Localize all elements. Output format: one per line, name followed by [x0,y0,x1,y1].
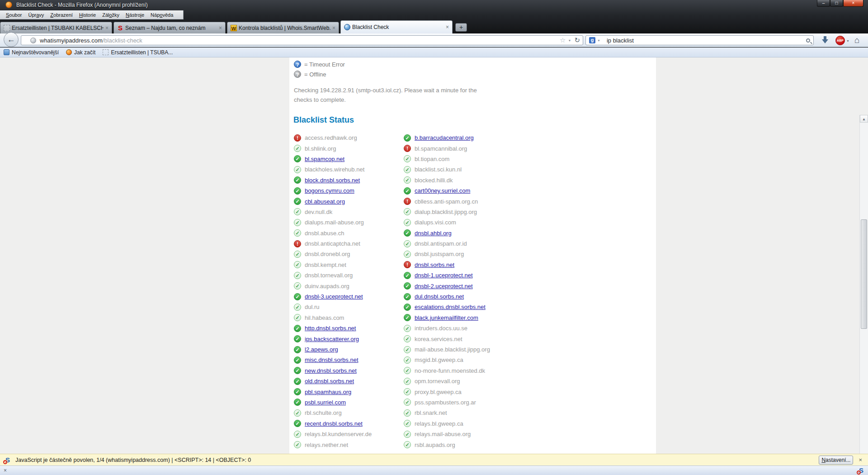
list-item: ✓new.dnsbl.sorbs.net [294,366,372,376]
checking-line-2: checks to complete. [294,95,477,104]
blacklist-name[interactable]: ips.backscatterer.org [305,336,359,342]
close-button[interactable]: × [843,0,863,7]
noscript-close-icon[interactable]: × [859,456,862,463]
menu-z-lo-ky[interactable]: Záložky [99,12,123,18]
search-icon[interactable] [806,38,810,43]
blacklist-name: proxy.bl.gweep.ca [415,389,462,395]
blacklist-name[interactable]: http.dnsbl.sorbs.net [305,325,356,332]
vertical-scrollbar[interactable]: ▲ ▼ [859,115,868,475]
blacklist-name[interactable]: bogons.cymru.com [305,187,354,194]
blacklist-name[interactable]: dnsbl-3.uceprotect.net [305,293,363,300]
blacklist-name[interactable]: bl.spamcop.net [305,156,344,162]
check-icon: ✓ [404,399,411,406]
blacklist-name[interactable]: dnsbl.sorbs.net [415,261,454,268]
tab-title: Kontrola blacklistů | Whois.SmartWeb... [239,25,330,31]
check-icon: ✓ [404,229,411,237]
tab-close-icon[interactable]: × [332,25,335,31]
menu-zobrazen[interactable]: Zobrazení [47,12,76,18]
blacklist-name[interactable]: dnsbl-2.uceprotect.net [415,283,473,290]
blacklist-name[interactable]: recent.dnsbl.sorbs.net [305,420,363,427]
blacklist-name: opm.tornevall.org [415,378,460,385]
blacklist-name: rsbl.aupads.org [415,442,455,448]
reload-icon[interactable]: ↻ [574,36,580,44]
blacklist-name[interactable]: new.dnsbl.sorbs.net [305,367,357,374]
check-icon: ✓ [294,431,301,438]
browser-content-area: ? = Timeout Error ? = Offline Checking 1… [0,57,868,454]
noscript-statusbar-icon[interactable]: S [858,467,865,474]
blacklist-name: hil.habeas.com [305,314,344,321]
addon-bar-close-icon[interactable]: × [4,467,7,474]
list-item: ✓relays.bl.gweep.ca [404,418,490,429]
maximize-button[interactable]: □ [830,0,843,7]
blacklist-name[interactable]: cbl.abuseat.org [305,198,345,205]
scrollbar-thumb[interactable] [861,219,867,329]
menu-n-pov-da[interactable]: Nápověda [147,12,176,18]
error-icon: ! [294,134,301,142]
list-item: ✓dialup.blacklist.jippg.org [404,207,490,217]
search-input[interactable]: ip blacklist [607,37,634,44]
blacklist-name[interactable]: cart00ney.surriel.com [415,187,470,194]
location-bar[interactable]: whatismyipaddress.com /blacklist-check ☆… [21,35,583,45]
blacklist-name[interactable]: b.barracudacentral.org [415,134,474,141]
bookmark-item-nejnav-t-vovan-j[interactable]: Nejnavštěvovanější [4,49,59,56]
tab-ersatzteillisten-tsubaki-kabelschl[interactable]: Ersatzteillisten | TSUBAKI KABELSCHL...× [0,22,112,33]
check-icon: ✓ [294,304,301,311]
blacklist-name: relays.bl.kundenserver.de [305,431,372,437]
bookmark-item-jak-za-t[interactable]: Jak začít [66,49,95,56]
blacklist-name: intruders.docs.uu.se [415,325,467,332]
blacklist-name[interactable]: l2.apews.org [305,346,338,353]
menu-historie[interactable]: Historie [76,12,99,18]
search-bar[interactable]: g ▼ ip blacklist [585,35,814,45]
noscript-settings-button[interactable]: Nastavení... [819,456,853,465]
adblock-dropdown-icon[interactable]: ▼ [846,39,849,43]
noscript-ban-icon [857,470,861,475]
menu-pravy[interactable]: Úpravy [25,12,47,18]
scroll-up-icon[interactable]: ▲ [860,115,868,123]
blacklist-name[interactable]: misc.dnsbl.sorbs.net [305,356,359,363]
tab-kontrola-blacklist-whois-smartweb[interactable]: WKontrola blacklistů | Whois.SmartWeb...… [227,22,339,33]
back-button[interactable]: ← [4,32,19,47]
downloads-icon[interactable] [822,36,828,43]
menu-n-stroje[interactable]: Nástroje [123,12,147,18]
blacklist-name[interactable]: old.dnsbl.sorbs.net [305,378,354,385]
blacklist-name: dnsbl.tornevall.org [305,272,353,279]
url-dropdown-icon[interactable]: ▼ [568,39,571,42]
list-item: ✓msgid.bl.gweep.ca [404,355,490,365]
placeholder-icon [103,49,108,55]
blacklist-name[interactable]: block.dnsbl.sorbs.net [305,177,360,184]
adblock-plus-icon[interactable]: ABP [835,36,845,45]
search-engine-icon[interactable]: g [589,37,595,43]
minimize-button[interactable]: – [817,0,830,7]
tab-close-icon[interactable]: × [219,25,222,31]
blacklist-name: dnsbl.kempt.net [305,261,346,268]
check-icon: ✓ [294,166,301,173]
list-item: ✓dul.dnsbl.sorbs.net [404,291,490,302]
check-icon: ✓ [294,314,301,321]
blacklist-name: cblless.anti-spam.org.cn [415,198,478,205]
tab-close-icon[interactable]: × [105,25,108,31]
search-engine-dropdown-icon[interactable]: ▼ [597,39,600,42]
bookmark-star-icon[interactable]: ☆ [560,36,566,44]
blacklist-name[interactable]: dul.dnsbl.sorbs.net [415,293,464,300]
list-item: ✓hil.habeas.com [294,313,372,323]
blacklist-name[interactable]: escalations.dnsbl.sorbs.net [415,304,486,310]
blacklist-name[interactable]: dnsbl-1.uceprotect.net [415,272,473,279]
menu-soubor[interactable]: Soubor [3,12,25,18]
list-item: ✓dnsbl.kempt.net [294,260,372,270]
bookmark-item-ersatzteillisten-tsuba[interactable]: Ersatzteillisten | TSUBA... [103,49,173,56]
blacklist-name[interactable]: dnsbl.ahbl.org [415,230,452,237]
seznam-favicon-icon: S [117,25,123,31]
tab-seznam-najdu-tam-co-nezn-m[interactable]: SSeznam – Najdu tam, co neznám× [113,22,226,33]
check-icon: ✓ [294,441,301,448]
blacklist-name[interactable]: pbl.spamhaus.org [305,389,351,395]
blacklist-name[interactable]: psbl.surriel.com [305,399,346,406]
blacklist-name[interactable]: black.junkemailfilter.com [415,314,478,321]
blacklist-name: bl.tiopan.com [415,156,449,162]
tab-close-icon[interactable]: × [446,24,449,30]
blacklist-name: bl.shlink.org [305,145,336,152]
home-icon[interactable]: ⌂ [854,35,859,45]
list-item: ✓dev.null.dk [294,207,372,217]
status-legend: ? = Timeout Error ? = Offline [294,61,345,81]
tab-blacklist-check[interactable]: Blacklist Check× [340,20,453,33]
new-tab-button[interactable]: + [455,23,467,32]
